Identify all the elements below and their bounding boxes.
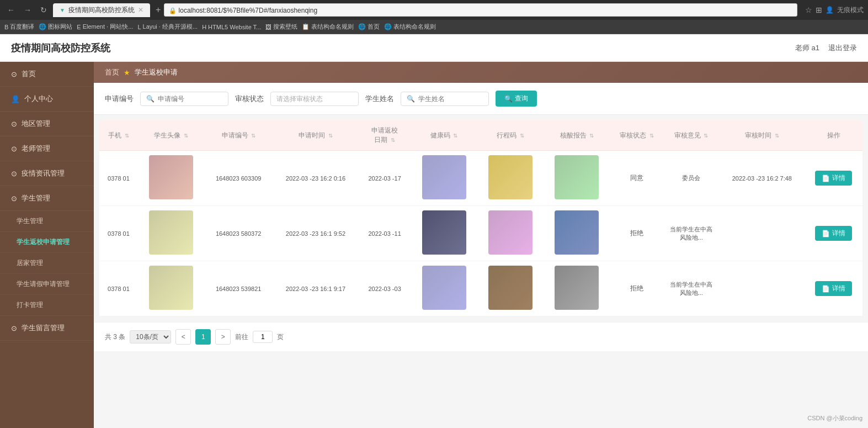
cell-status: 同意 xyxy=(610,151,664,206)
cell-health-code xyxy=(411,151,477,206)
sidebar-label: 疫情资讯管理 xyxy=(22,168,65,178)
cell-audit-time xyxy=(719,261,805,316)
url-text: localhost:8081/$%7Bfile%7D#/fanxiaoshenq… xyxy=(179,7,318,14)
bookmark-icon: 🌐 xyxy=(358,23,366,30)
extension-icon[interactable]: ⊞ xyxy=(816,6,822,14)
sidebar-item-message[interactable]: ⊙ 学生留言管理 xyxy=(0,316,94,341)
bookmark-icon: 🌐 xyxy=(384,23,392,30)
col-comment: 审核意见 ⇅ xyxy=(664,120,719,151)
header-user: 老师 a1 xyxy=(795,43,819,53)
app-no-label: 申请编号 xyxy=(105,94,134,104)
bookmark-baidu-translate[interactable]: B 百度翻译 xyxy=(4,23,34,31)
logout-btn[interactable]: 退出登录 xyxy=(828,43,857,53)
sidebar-item-news[interactable]: ⊙ 疫情资讯管理 xyxy=(0,161,94,186)
query-btn[interactable]: 🔍 查询 xyxy=(496,91,537,107)
home-icon: ⊙ xyxy=(11,70,17,78)
tab-title: 疫情期间高校防控系统 xyxy=(68,6,135,15)
page-size-select[interactable]: 10条/页 20条/页 xyxy=(130,330,171,344)
nav-back[interactable]: ← xyxy=(4,4,18,15)
content-area: 首页 ★ 学生返校申请 申请编号 🔍 审核状态 请选择审核状态 同意 拒绝 xyxy=(94,62,868,428)
sidebar-item-region[interactable]: ⊙ 地区管理 xyxy=(0,112,94,136)
address-bar[interactable]: 🔒 localhost:8081/$%7Bfile%7D#/fanxiaoshe… xyxy=(164,3,797,17)
col-health-code: 健康码 ⇅ xyxy=(411,120,477,151)
prev-page-btn[interactable]: < xyxy=(175,329,191,345)
sidebar-sub-leave-apply[interactable]: 学生请假申请管理 xyxy=(0,274,94,295)
bookmark-table-naming2[interactable]: 🌐 表结构命名规则 xyxy=(384,23,436,31)
new-tab-btn[interactable]: + xyxy=(156,5,161,15)
student-name-input[interactable] xyxy=(418,95,483,103)
cell-app-time: 2022-03 -23 16:1 9:17 xyxy=(273,261,359,316)
browser-tab-active[interactable]: ▼ 疫情期间高校防控系统 ✕ xyxy=(53,3,150,17)
sidebar-label: 个人中心 xyxy=(24,94,53,104)
bookmark-layui[interactable]: L Layui · 经典开源模... xyxy=(137,23,198,31)
browser-chrome: ← → ↻ ▼ 疫情期间高校防控系统 ✕ + 🔒 localhost:8081/… xyxy=(0,0,868,20)
breadcrumb-bar: 首页 ★ 学生返校申请 xyxy=(94,62,868,83)
sidebar-sub-checkin[interactable]: 打卡管理 xyxy=(0,295,94,316)
acid-report-img xyxy=(555,266,599,310)
sidebar-label: 老师管理 xyxy=(22,144,50,154)
detail-btn-0[interactable]: 📄 详情 xyxy=(815,171,852,186)
query-label: 查询 xyxy=(515,94,528,103)
incognito-label: 无痕模式 xyxy=(837,6,864,15)
bookmark-wallpaper[interactable]: 🖼 搜索壁纸 xyxy=(265,23,297,31)
app-no-input[interactable] xyxy=(158,95,222,103)
nav-reload[interactable]: ↻ xyxy=(38,4,50,15)
sidebar-sub-student-manage[interactable]: 学生管理 xyxy=(0,211,94,232)
student-name-input-wrapper: 🔍 xyxy=(401,92,489,106)
sort-icon: ⇅ xyxy=(391,137,395,143)
nav-forward[interactable]: → xyxy=(21,4,34,15)
sidebar-label: 学生留言管理 xyxy=(22,323,65,333)
cell-action: 📄 详情 xyxy=(805,206,862,261)
page-1-btn[interactable]: 1 xyxy=(195,329,211,345)
cell-app-time: 2022-03 -23 16:1 9:52 xyxy=(273,206,359,261)
cell-travel-code xyxy=(477,261,544,316)
sort-icon: ⇅ xyxy=(453,133,457,139)
cell-status: 拒绝 xyxy=(610,261,664,316)
health-code-img xyxy=(422,210,466,255)
sort-icon: ⇅ xyxy=(520,133,524,139)
bookmark-element[interactable]: E Element · 网站快... xyxy=(77,23,133,31)
breadcrumb-home[interactable]: 首页 xyxy=(105,67,119,77)
user-profile-icon[interactable]: 👤 xyxy=(826,6,834,14)
table-container: 手机 ⇅ 学生头像 ⇅ 申请编号 ⇅ 申请时间 ⇅ 申请返校日期 ⇅ 健康码 ⇅… xyxy=(99,120,862,316)
next-page-btn[interactable]: > xyxy=(215,329,231,345)
total-count: 共 3 条 xyxy=(105,332,125,342)
bookmark-table-naming[interactable]: 📋 表结构命名规则 xyxy=(302,23,354,31)
cell-audit-time xyxy=(719,206,805,261)
bookmark-html5[interactable]: H HTML5 Website T... xyxy=(202,24,261,30)
bookmark-icon: 📋 xyxy=(302,23,310,30)
sort-icon: ⇅ xyxy=(184,133,188,139)
bookmark-home[interactable]: 🌐 首页 xyxy=(358,23,380,31)
teacher-icon: ⊙ xyxy=(11,145,17,153)
person-icon: 👤 xyxy=(11,95,20,103)
col-status: 审核状态 ⇅ xyxy=(610,120,664,151)
sidebar-label: 学生管理 xyxy=(22,193,50,203)
avatar-img xyxy=(149,210,193,255)
cell-comment: 委员会 xyxy=(664,151,719,206)
acid-report-img xyxy=(555,210,599,255)
col-audit-time: 审核时间 ⇅ xyxy=(719,120,805,151)
sort-icon: ⇅ xyxy=(125,133,129,139)
detail-btn-2[interactable]: 📄 详情 xyxy=(815,281,852,296)
sidebar-item-home[interactable]: ⊙ 首页 xyxy=(0,62,94,87)
sidebar-item-personal[interactable]: 👤 个人中心 xyxy=(0,87,94,112)
bookmark-icon: E xyxy=(77,24,81,30)
bookmark-icon-site[interactable]: 🌐 图标网站 xyxy=(39,23,72,31)
cell-travel-code xyxy=(477,151,544,206)
detail-btn-1[interactable]: 📄 详情 xyxy=(815,226,852,241)
sort-icon: ⇅ xyxy=(328,133,333,139)
cell-travel-code xyxy=(477,206,544,261)
col-phone: 手机 ⇅ xyxy=(99,120,138,151)
page-jump-input[interactable] xyxy=(253,331,273,343)
tab-close-icon[interactable]: ✕ xyxy=(138,6,143,14)
cell-app-time: 2022-03 -23 16:2 0:16 xyxy=(273,151,359,206)
sidebar-sub-return-apply[interactable]: 学生返校申请管理 xyxy=(0,232,94,253)
col-app-time: 申请时间 ⇅ xyxy=(273,120,359,151)
bookmark-star-icon[interactable]: ☆ xyxy=(805,6,812,14)
sidebar-item-student-mgmt[interactable]: ⊙ 学生管理 xyxy=(0,186,94,211)
sidebar-item-teacher[interactable]: ⊙ 老师管理 xyxy=(0,136,94,161)
audit-status-select[interactable]: 请选择审核状态 同意 拒绝 待审核 xyxy=(270,92,359,106)
cell-acid-report xyxy=(544,151,610,206)
sidebar-sub-home-manage[interactable]: 居家管理 xyxy=(0,253,94,274)
app-no-input-wrapper: 🔍 xyxy=(140,92,228,106)
